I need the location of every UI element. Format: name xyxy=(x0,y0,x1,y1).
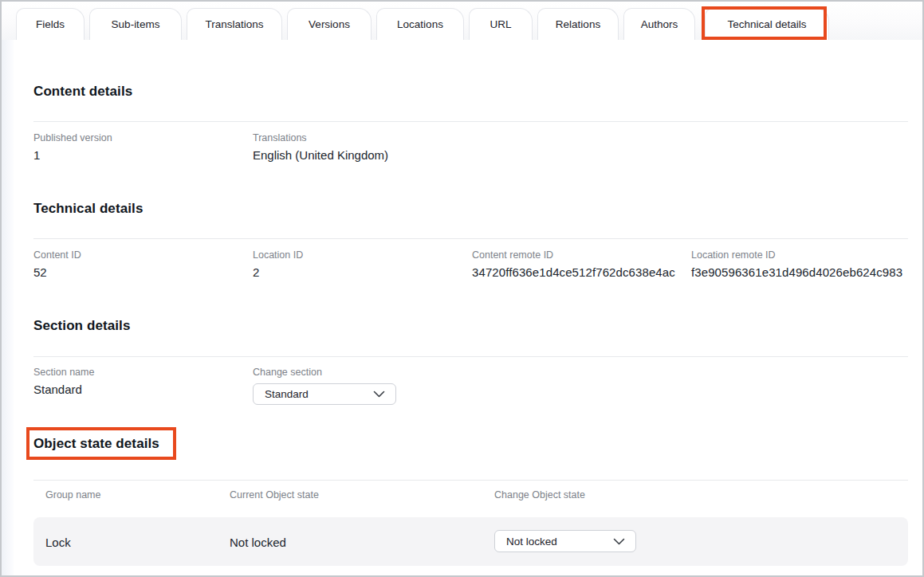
tab-panel-technical-details: Content details Published version 1 Tran… xyxy=(2,2,922,575)
translations-field: Translations English (United Kingdom) xyxy=(253,132,388,162)
chevron-down-icon xyxy=(613,538,625,545)
col-header-current-object-state: Current Object state xyxy=(230,489,319,500)
section-name-field: Section name Standard xyxy=(33,367,94,396)
location-remote-id-field: Location remote ID f3e90596361e31d496d40… xyxy=(691,249,902,279)
section-name-value: Standard xyxy=(33,383,94,396)
change-section-selected-value: Standard xyxy=(265,388,309,400)
tab-translations[interactable]: Translations xyxy=(187,8,282,40)
tab-label: Locations xyxy=(397,18,443,30)
published-version-value: 1 xyxy=(33,148,112,162)
change-object-state-selected-value: Not locked xyxy=(506,536,557,548)
divider xyxy=(33,238,908,239)
translations-value: English (United Kingdom) xyxy=(253,148,388,162)
tab-fields[interactable]: Fields xyxy=(16,8,85,40)
content-details-heading: Content details xyxy=(33,84,132,100)
content-id-field: Content ID 52 xyxy=(33,249,81,279)
content-remote-id-field: Content remote ID 34720ff636e1d4ce512f76… xyxy=(472,249,675,279)
chevron-down-icon xyxy=(373,391,385,398)
change-section-label: Change section xyxy=(253,367,322,378)
object-state-table-row: Lock Not locked Not locked xyxy=(33,517,908,566)
tab-authors[interactable]: Authors xyxy=(623,8,695,40)
tab-technical-details[interactable]: Technical details xyxy=(705,8,829,40)
tab-versions[interactable]: Versions xyxy=(287,8,372,40)
published-version-field: Published version 1 xyxy=(33,132,112,162)
tab-label: Versions xyxy=(309,18,350,30)
location-remote-id-value: f3e90596361e31d496d4026eb624c983 xyxy=(691,265,902,279)
col-header-group-name: Group name xyxy=(45,489,100,500)
content-remote-id-value: 34720ff636e1d4ce512f762dc638e4ac xyxy=(472,265,675,279)
tab-label: URL xyxy=(490,18,511,30)
translations-label: Translations xyxy=(253,132,388,143)
tab-label: Fields xyxy=(36,18,65,30)
object-state-details-heading: Object state details xyxy=(33,436,159,452)
change-object-state-dropdown[interactable]: Not locked xyxy=(494,530,636,552)
tab-url[interactable]: URL xyxy=(469,8,533,40)
col-header-change-object-state: Change Object state xyxy=(494,489,585,500)
location-id-value: 2 xyxy=(253,265,303,279)
published-version-label: Published version xyxy=(33,132,112,143)
group-name-cell: Lock xyxy=(45,535,71,548)
tab-relations[interactable]: Relations xyxy=(537,8,619,40)
tab-label: Technical details xyxy=(727,18,806,30)
divider xyxy=(33,356,908,357)
tab-label: Sub-items xyxy=(112,18,160,30)
location-remote-id-label: Location remote ID xyxy=(691,249,902,261)
left-edge-gutter xyxy=(2,2,14,575)
location-id-field: Location ID 2 xyxy=(253,249,303,279)
content-id-value: 52 xyxy=(33,265,81,279)
divider xyxy=(33,480,908,481)
content-id-label: Content ID xyxy=(33,249,81,261)
current-state-cell: Not locked xyxy=(230,535,286,548)
change-section-field: Change section xyxy=(253,367,322,383)
tab-label: Relations xyxy=(556,18,600,30)
location-id-label: Location ID xyxy=(253,249,303,261)
tab-label: Translations xyxy=(205,18,263,30)
section-name-label: Section name xyxy=(33,367,94,378)
object-state-heading-wrap: Object state details xyxy=(33,436,159,452)
technical-details-heading: Technical details xyxy=(33,201,143,217)
tab-locations[interactable]: Locations xyxy=(376,8,464,40)
tab-bar: Fields Sub-items Translations Versions L… xyxy=(2,2,922,40)
section-details-heading: Section details xyxy=(33,318,130,334)
tab-label: Authors xyxy=(641,18,678,30)
change-section-dropdown[interactable]: Standard xyxy=(253,383,396,405)
divider xyxy=(33,121,908,122)
content-remote-id-label: Content remote ID xyxy=(472,249,675,261)
page-frame: Fields Sub-items Translations Versions L… xyxy=(0,0,924,577)
tab-sub-items[interactable]: Sub-items xyxy=(89,8,182,40)
